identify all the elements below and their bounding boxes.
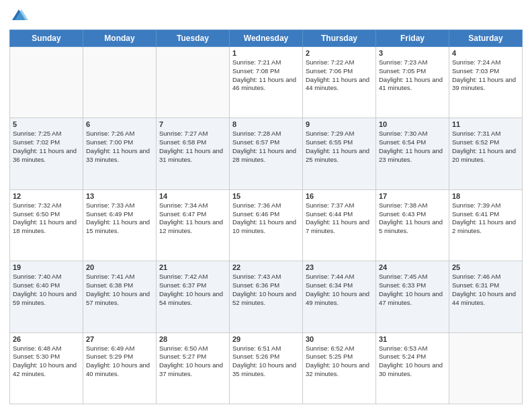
day-number: 8: [232, 120, 300, 128]
day-info: Sunrise: 7:32 AM: [13, 201, 80, 210]
calendar-week-2: 12Sunrise: 7:32 AMSunset: 6:50 PMDayligh…: [10, 189, 523, 261]
day-info: Sunset: 6:55 PM: [306, 138, 373, 147]
day-info: Daylight: 11 hours and 36 minutes.: [13, 147, 80, 165]
day-info: Sunset: 6:52 PM: [452, 138, 519, 147]
day-info: Sunrise: 7:24 AM: [452, 58, 519, 67]
day-number: 28: [159, 335, 226, 343]
day-info: Sunrise: 6:52 AM: [306, 345, 373, 353]
calendar-header-row: SundayMondayTuesdayWednesdayThursdayFrid…: [10, 30, 523, 47]
calendar-cell: 13Sunrise: 7:33 AMSunset: 6:49 PMDayligh…: [83, 189, 157, 261]
day-info: Sunset: 6:47 PM: [159, 210, 226, 219]
calendar-cell: 14Sunrise: 7:34 AMSunset: 6:47 PMDayligh…: [157, 189, 230, 261]
day-info: Sunrise: 7:36 AM: [232, 201, 300, 210]
day-number: 17: [379, 192, 446, 200]
calendar-cell: 23Sunrise: 7:44 AMSunset: 6:34 PMDayligh…: [303, 261, 376, 332]
day-info: Sunset: 5:29 PM: [86, 353, 153, 361]
calendar-cell: 2Sunrise: 7:22 AMSunset: 7:06 PMDaylight…: [303, 47, 376, 118]
day-info: Daylight: 10 hours and 49 minutes.: [306, 290, 373, 308]
day-info: Sunset: 6:41 PM: [452, 210, 519, 219]
day-info: Sunrise: 6:51 AM: [232, 345, 300, 353]
day-number: 7: [159, 120, 226, 128]
day-info: Daylight: 11 hours and 7 minutes.: [306, 218, 373, 236]
day-info: Sunset: 6:58 PM: [159, 138, 226, 147]
day-header-tuesday: Tuesday: [157, 30, 230, 47]
day-info: Sunrise: 6:50 AM: [159, 345, 226, 353]
day-info: Sunrise: 7:29 AM: [306, 130, 373, 138]
day-number: 27: [86, 335, 153, 343]
day-info: Sunrise: 7:21 AM: [232, 58, 300, 67]
calendar-cell: 21Sunrise: 7:42 AMSunset: 6:37 PMDayligh…: [157, 261, 230, 332]
day-number: 24: [379, 263, 446, 271]
day-info: Daylight: 10 hours and 40 minutes.: [86, 361, 153, 379]
calendar-cell: 19Sunrise: 7:40 AMSunset: 6:40 PMDayligh…: [10, 261, 83, 332]
calendar-cell: 31Sunrise: 6:53 AMSunset: 5:24 PMDayligh…: [376, 332, 449, 404]
day-info: Sunrise: 7:40 AM: [13, 273, 80, 281]
day-info: Daylight: 10 hours and 35 minutes.: [232, 361, 300, 379]
day-info: Daylight: 11 hours and 41 minutes.: [379, 76, 446, 93]
calendar-cell: 12Sunrise: 7:32 AMSunset: 6:50 PMDayligh…: [10, 189, 83, 261]
day-info: Daylight: 10 hours and 44 minutes.: [452, 290, 519, 308]
calendar-cell: 25Sunrise: 7:46 AMSunset: 6:31 PMDayligh…: [449, 261, 523, 332]
calendar-cell: 15Sunrise: 7:36 AMSunset: 6:46 PMDayligh…: [230, 189, 303, 261]
day-number: 12: [13, 192, 80, 200]
day-number: 15: [232, 192, 300, 200]
day-info: Daylight: 10 hours and 57 minutes.: [86, 290, 153, 308]
day-info: Sunset: 5:24 PM: [379, 353, 446, 361]
day-info: Daylight: 11 hours and 23 minutes.: [379, 147, 446, 165]
calendar-week-3: 19Sunrise: 7:40 AMSunset: 6:40 PMDayligh…: [10, 261, 523, 332]
calendar-cell: 26Sunrise: 6:48 AMSunset: 5:30 PMDayligh…: [10, 332, 83, 404]
calendar-cell: 30Sunrise: 6:52 AMSunset: 5:25 PMDayligh…: [303, 332, 376, 404]
header: [9, 7, 523, 26]
day-info: Daylight: 10 hours and 30 minutes.: [379, 361, 446, 379]
day-number: 5: [13, 120, 80, 128]
day-info: Daylight: 11 hours and 10 minutes.: [232, 218, 300, 236]
day-number: 13: [86, 192, 153, 200]
day-info: Daylight: 11 hours and 44 minutes.: [306, 76, 373, 93]
day-info: Sunrise: 7:45 AM: [379, 273, 446, 281]
calendar-cell: 7Sunrise: 7:27 AMSunset: 6:58 PMDaylight…: [157, 118, 230, 189]
calendar-cell: 27Sunrise: 6:49 AMSunset: 5:29 PMDayligh…: [83, 332, 157, 404]
day-info: Sunrise: 7:31 AM: [452, 130, 519, 138]
day-info: Sunrise: 7:22 AM: [306, 58, 373, 67]
day-info: Sunrise: 7:39 AM: [452, 201, 519, 210]
day-info: Sunrise: 7:38 AM: [379, 201, 446, 210]
calendar-cell: 16Sunrise: 7:37 AMSunset: 6:44 PMDayligh…: [303, 189, 376, 261]
day-info: Daylight: 11 hours and 12 minutes.: [159, 218, 226, 236]
day-number: 2: [306, 49, 373, 57]
calendar-cell: 10Sunrise: 7:30 AMSunset: 6:54 PMDayligh…: [376, 118, 449, 189]
day-info: Daylight: 11 hours and 15 minutes.: [86, 218, 153, 236]
calendar-cell: 28Sunrise: 6:50 AMSunset: 5:27 PMDayligh…: [157, 332, 230, 404]
day-number: 3: [379, 49, 446, 57]
day-info: Daylight: 10 hours and 52 minutes.: [232, 290, 300, 308]
day-info: Sunset: 7:00 PM: [86, 138, 153, 147]
day-header-sunday: Sunday: [10, 30, 83, 47]
day-info: Sunset: 6:34 PM: [306, 281, 373, 290]
day-info: Sunrise: 7:28 AM: [232, 130, 300, 138]
day-info: Sunrise: 7:27 AM: [159, 130, 226, 138]
calendar-cell: [10, 47, 83, 118]
day-info: Sunset: 7:06 PM: [306, 67, 373, 76]
day-info: Daylight: 10 hours and 59 minutes.: [13, 290, 80, 308]
day-info: Daylight: 10 hours and 37 minutes.: [159, 361, 226, 379]
day-header-thursday: Thursday: [303, 30, 376, 47]
day-info: Sunrise: 7:30 AM: [379, 130, 446, 138]
day-info: Daylight: 11 hours and 2 minutes.: [452, 218, 519, 236]
logo: [9, 7, 31, 26]
day-info: Sunset: 6:54 PM: [379, 138, 446, 147]
calendar-cell: [157, 47, 230, 118]
day-info: Sunrise: 7:42 AM: [159, 273, 226, 281]
day-info: Sunset: 7:05 PM: [379, 67, 446, 76]
day-info: Daylight: 10 hours and 42 minutes.: [13, 361, 80, 379]
day-number: 11: [452, 120, 519, 128]
day-number: 1: [232, 49, 300, 57]
day-info: Daylight: 11 hours and 39 minutes.: [452, 76, 519, 93]
day-info: Sunset: 5:25 PM: [306, 353, 373, 361]
calendar-cell: 17Sunrise: 7:38 AMSunset: 6:43 PMDayligh…: [376, 189, 449, 261]
day-number: 22: [232, 263, 300, 271]
day-info: Sunset: 6:40 PM: [13, 281, 80, 290]
day-info: Sunset: 6:37 PM: [159, 281, 226, 290]
day-info: Sunset: 7:03 PM: [452, 67, 519, 76]
day-info: Sunset: 7:02 PM: [13, 138, 80, 147]
day-number: 20: [86, 263, 153, 271]
day-header-wednesday: Wednesday: [230, 30, 303, 47]
